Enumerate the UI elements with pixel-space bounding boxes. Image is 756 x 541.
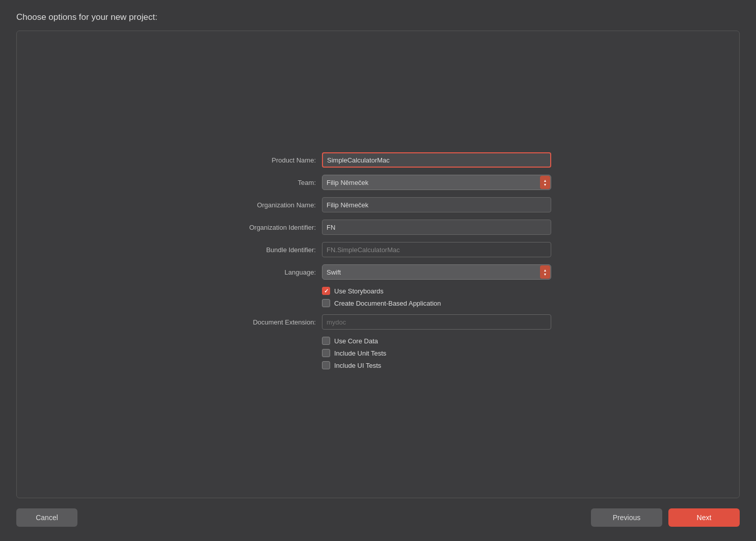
bundle-identifier-label: Bundle Identifier:: [205, 246, 322, 254]
doc-extension-row: Document Extension:: [205, 314, 551, 330]
use-core-data-checkbox[interactable]: [322, 337, 330, 345]
use-storyboards-checkbox[interactable]: [322, 287, 330, 295]
next-button[interactable]: Next: [668, 508, 740, 527]
include-unit-tests-checkbox[interactable]: [322, 349, 330, 357]
product-name-input[interactable]: [322, 152, 551, 168]
include-ui-tests-checkbox[interactable]: [322, 361, 330, 369]
language-row: Language: Swift Objective-C: [205, 264, 551, 280]
window-title: Choose options for your new project:: [16, 12, 157, 22]
window-header: Choose options for your new project:: [0, 0, 756, 31]
bundle-identifier-input: [322, 242, 551, 257]
include-ui-tests-label: Include UI Tests: [334, 362, 381, 369]
use-core-data-group: Use Core Data: [322, 337, 551, 345]
product-name-control: [322, 152, 551, 168]
storyboards-control: Use Storyboards Create Document-Based Ap…: [322, 287, 551, 307]
doc-extension-input[interactable]: [322, 314, 551, 330]
doc-extension-label: Document Extension:: [205, 318, 322, 326]
window: Choose options for your new project: Pro…: [0, 0, 756, 541]
team-label: Team:: [205, 179, 322, 186]
org-name-label: Organization Name:: [205, 201, 322, 209]
include-unit-tests-group: Include Unit Tests: [322, 349, 551, 357]
language-control: Swift Objective-C: [322, 264, 551, 280]
org-name-row: Organization Name:: [205, 197, 551, 212]
product-name-row: Product Name:: [205, 152, 551, 168]
create-doc-label: Create Document-Based Application: [334, 300, 441, 307]
use-core-data-label: Use Core Data: [334, 337, 378, 345]
bundle-identifier-control: [322, 242, 551, 257]
nav-buttons: Previous Next: [591, 508, 740, 527]
include-unit-tests-label: Include Unit Tests: [334, 349, 386, 357]
team-select-wrapper: Filip Němeček: [322, 175, 551, 190]
team-select[interactable]: Filip Němeček: [322, 175, 551, 190]
org-identifier-input[interactable]: [322, 220, 551, 235]
main-content: Product Name: Team: Filip Němeček: [0, 31, 756, 498]
extra-checkboxes-area: Use Core Data Include Unit Tests Include…: [322, 337, 551, 369]
form-inner: Product Name: Team: Filip Němeček: [205, 152, 551, 376]
use-storyboards-row: Use Storyboards Create Document-Based Ap…: [205, 287, 551, 307]
form-container: Product Name: Team: Filip Němeček: [16, 31, 740, 498]
use-storyboards-label: Use Storyboards: [334, 287, 384, 295]
language-label: Language:: [205, 268, 322, 276]
org-identifier-row: Organization Identifier:: [205, 220, 551, 235]
team-control: Filip Němeček: [322, 175, 551, 190]
include-ui-tests-group: Include UI Tests: [322, 361, 551, 369]
doc-extension-control: [322, 314, 551, 330]
use-storyboards-group: Use Storyboards: [322, 287, 551, 295]
org-identifier-control: [322, 220, 551, 235]
create-doc-group: Create Document-Based Application: [322, 299, 551, 307]
bundle-identifier-row: Bundle Identifier:: [205, 242, 551, 257]
org-name-input[interactable]: [322, 197, 551, 212]
cancel-button[interactable]: Cancel: [16, 508, 77, 527]
team-row: Team: Filip Němeček: [205, 175, 551, 190]
org-identifier-label: Organization Identifier:: [205, 224, 322, 231]
language-select-wrapper: Swift Objective-C: [322, 264, 551, 280]
product-name-label: Product Name:: [205, 156, 322, 164]
language-select[interactable]: Swift Objective-C: [322, 264, 551, 280]
extra-checkboxes-row: Use Core Data Include Unit Tests Include…: [205, 337, 551, 369]
org-name-control: [322, 197, 551, 212]
create-doc-checkbox[interactable]: [322, 299, 330, 307]
previous-button[interactable]: Previous: [591, 508, 662, 527]
window-footer: Cancel Previous Next: [0, 498, 756, 541]
